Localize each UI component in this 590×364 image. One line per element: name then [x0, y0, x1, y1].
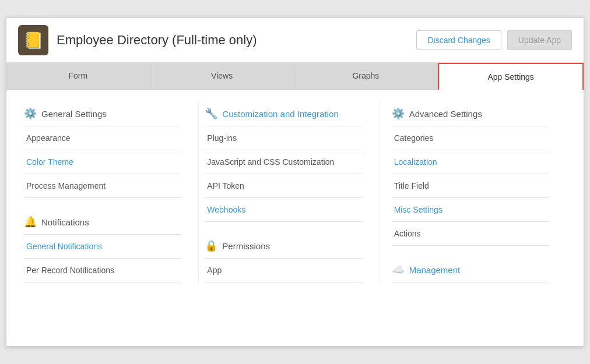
menu-item-app[interactable]: App	[205, 259, 361, 282]
section-header-advanced: ⚙️ Advanced Settings	[392, 101, 549, 126]
tab-form[interactable]: Form	[6, 63, 150, 89]
general-settings-label: General Settings	[41, 109, 107, 119]
gear-icon: ⚙️	[24, 107, 37, 120]
section-header-management: ☁️ Management	[392, 257, 549, 282]
cloud-icon: ☁️	[392, 263, 405, 276]
advanced-gear-icon: ⚙️	[392, 107, 405, 120]
management-label: Management	[409, 265, 461, 275]
notifications-label: Notifications	[41, 217, 89, 227]
column-general: ⚙️ General Settings Appearance Color The…	[24, 101, 198, 282]
menu-item-per-record-notifications[interactable]: Per Record Notifications	[24, 259, 181, 282]
header-left: 📒 Employee Directory (Full-time only)	[18, 25, 257, 55]
header-buttons: Discard Changes Update App	[416, 30, 572, 50]
menu-item-misc-settings[interactable]: Misc Settings	[392, 198, 549, 222]
columns-container: ⚙️ General Settings Appearance Color The…	[24, 101, 566, 282]
content-area: ⚙️ General Settings Appearance Color The…	[6, 90, 584, 346]
menu-item-color-theme[interactable]: Color Theme	[24, 150, 181, 174]
permissions-label: Permissions	[222, 241, 270, 251]
app-icon: 📒	[18, 25, 48, 55]
tab-views[interactable]: Views	[150, 63, 294, 89]
tabs: Form Views Graphs App Settings	[6, 63, 584, 90]
menu-item-plugins[interactable]: Plug-ins	[205, 126, 361, 150]
menu-item-actions[interactable]: Actions	[392, 222, 549, 246]
menu-item-process-management[interactable]: Process Management	[24, 174, 181, 198]
menu-item-title-field[interactable]: Title Field	[392, 174, 549, 198]
update-app-button[interactable]: Update App	[507, 30, 572, 50]
menu-item-categories[interactable]: Categories	[392, 126, 549, 150]
menu-item-general-notifications[interactable]: General Notifications	[24, 235, 181, 259]
tab-app-settings[interactable]: App Settings	[438, 63, 584, 90]
column-advanced: ⚙️ Advanced Settings Categories Localiza…	[380, 101, 566, 282]
bell-icon: 🔔	[24, 215, 37, 228]
section-header-customization: 🔧 Customization and Integration	[205, 101, 361, 126]
menu-item-localization[interactable]: Localization	[392, 150, 549, 174]
menu-item-api-token[interactable]: API Token	[205, 174, 361, 198]
app-title: Employee Directory (Full-time only)	[57, 33, 257, 48]
app-container: 📒 Employee Directory (Full-time only) Di…	[6, 17, 584, 347]
column-customization: 🔧 Customization and Integration Plug-ins…	[198, 101, 379, 282]
section-header-general: ⚙️ General Settings	[24, 101, 181, 126]
menu-item-webhooks[interactable]: Webhooks	[205, 198, 361, 222]
lock-icon: 🔒	[205, 239, 217, 252]
wrench-icon: 🔧	[205, 107, 217, 120]
tab-graphs[interactable]: Graphs	[294, 63, 438, 89]
menu-item-js-css[interactable]: JavaScript and CSS Customization	[205, 150, 361, 174]
advanced-settings-label: Advanced Settings	[409, 109, 482, 119]
customization-label: Customization and Integration	[222, 109, 338, 119]
header: 📒 Employee Directory (Full-time only) Di…	[6, 18, 584, 63]
menu-item-appearance[interactable]: Appearance	[24, 126, 181, 150]
discard-changes-button[interactable]: Discard Changes	[416, 30, 501, 50]
section-header-notifications: 🔔 Notifications	[24, 210, 181, 235]
section-header-permissions: 🔒 Permissions	[205, 234, 361, 259]
